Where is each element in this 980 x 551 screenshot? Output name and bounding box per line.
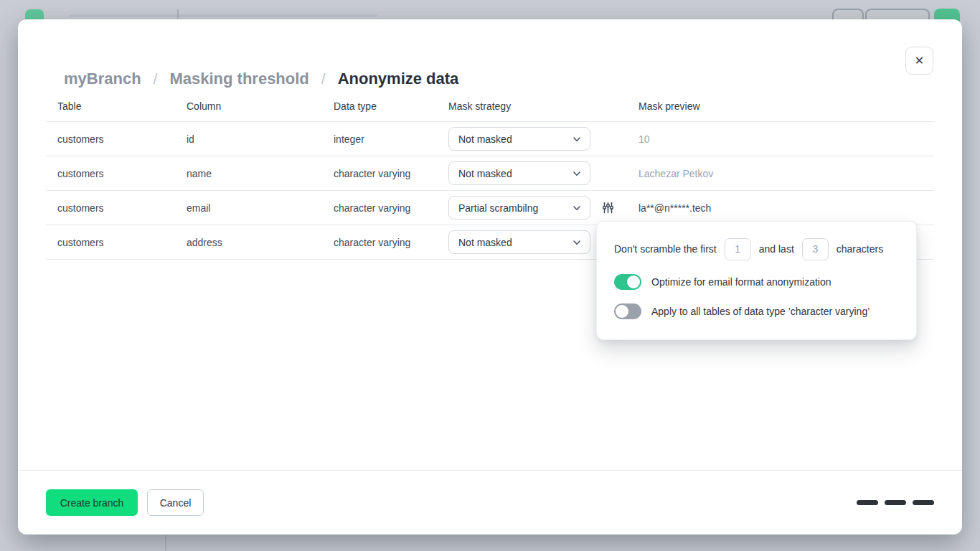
footer-step-dashes: [857, 500, 934, 505]
close-button[interactable]: ✕: [905, 47, 933, 75]
cell-table: customers: [57, 237, 187, 248]
mask-strategy-value: Not masked: [458, 237, 512, 248]
breadcrumb-item-masking-threshold[interactable]: Masking threshold: [169, 70, 308, 88]
backdrop-breadcrumb-placeholder: [69, 14, 377, 17]
mask-preview-value: Lachezar Petkov: [639, 168, 934, 179]
apply-all-tables-label: Apply to all tables of data type ’charac…: [651, 306, 870, 317]
breadcrumb-item-anonymize-data: Anonymize data: [338, 70, 459, 88]
breadcrumb-separator: /: [321, 70, 326, 88]
anonymize-data-modal: myBranch / Masking threshold / Anonymize…: [18, 19, 962, 534]
cell-table: customers: [57, 168, 187, 179]
breadcrumb-separator: /: [154, 70, 158, 88]
scramble-range-row: Don't scramble the first and last charac…: [614, 237, 899, 260]
cell-data-type: character varying: [334, 237, 448, 248]
col-header-mask-preview: Mask preview: [639, 100, 934, 112]
optimize-email-label: Optimize for email format anonymization: [651, 276, 831, 288]
breadcrumb-item-mybranch[interactable]: myBranch: [64, 70, 141, 88]
backdrop-sidebar-divider: [165, 535, 166, 551]
first-chars-input[interactable]: [725, 238, 751, 260]
col-header-data-type: Data type: [334, 100, 448, 112]
mask-strategy-value: Not masked: [458, 133, 512, 145]
cell-data-type: integer: [334, 133, 448, 145]
cell-column: address: [187, 237, 334, 248]
cancel-button[interactable]: Cancel: [147, 489, 204, 516]
chevron-down-icon: [572, 134, 582, 144]
scramble-settings-popover: Don't scramble the first and last charac…: [596, 221, 917, 340]
table-row: customers name character varying Not mas…: [46, 156, 934, 191]
step-dash: [885, 500, 906, 505]
cell-column: email: [187, 202, 334, 214]
sliders-icon: [601, 201, 615, 215]
scramble-text-middle: and last: [759, 243, 794, 255]
chevron-down-icon: [572, 169, 582, 179]
chevron-down-icon: [572, 237, 582, 248]
scramble-text-prefix: Don't scramble the first: [614, 243, 717, 255]
cell-table: customers: [57, 202, 187, 214]
modal-footer: Create branch Cancel: [18, 470, 962, 534]
cell-column: id: [187, 133, 334, 145]
mask-strategy-select[interactable]: Not masked: [448, 161, 590, 185]
mask-strategy-select[interactable]: Not masked: [448, 230, 590, 254]
col-header-mask-strategy: Mask strategy: [448, 100, 639, 112]
chevron-down-icon: [572, 203, 582, 213]
cell-table: customers: [57, 133, 187, 145]
optimize-email-row: Optimize for email format anonymization: [614, 274, 899, 290]
cell-data-type: character varying: [334, 168, 448, 179]
apply-all-tables-row: Apply to all tables of data type ’charac…: [614, 303, 899, 319]
optimize-email-toggle[interactable]: [614, 274, 641, 290]
mask-strategy-select[interactable]: Not masked: [448, 127, 590, 151]
cell-data-type: character varying: [334, 202, 448, 214]
create-branch-button[interactable]: Create branch: [46, 489, 138, 516]
toggle-knob: [616, 305, 628, 318]
step-dash: [857, 500, 878, 505]
apply-all-tables-toggle[interactable]: [614, 303, 641, 319]
close-icon: ✕: [915, 55, 924, 67]
mask-strategy-value: Partial scrambilng: [458, 202, 538, 214]
mask-preview-value: la**@n*****.tech: [639, 202, 934, 214]
table-header-row: Table Column Data type Mask strategy Mas…: [46, 91, 934, 122]
last-chars-input[interactable]: [802, 238, 829, 260]
backdrop-header-divider: [177, 9, 179, 19]
scramble-text-suffix: characters: [837, 243, 883, 255]
toggle-knob: [627, 276, 640, 288]
col-header-table: Table: [57, 100, 187, 112]
cell-column: name: [187, 168, 334, 179]
table-row: customers id integer Not masked 10: [46, 122, 934, 156]
col-header-column: Column: [187, 100, 334, 112]
mask-strategy-select[interactable]: Partial scrambilng: [448, 196, 590, 220]
step-dash: [913, 500, 934, 505]
mask-strategy-value: Not masked: [458, 168, 512, 179]
scramble-settings-button[interactable]: [601, 201, 615, 215]
table-row: customers email character varying Partia…: [46, 191, 934, 225]
mask-preview-value: 10: [639, 133, 934, 145]
breadcrumb: myBranch / Masking threshold / Anonymize…: [64, 70, 458, 88]
